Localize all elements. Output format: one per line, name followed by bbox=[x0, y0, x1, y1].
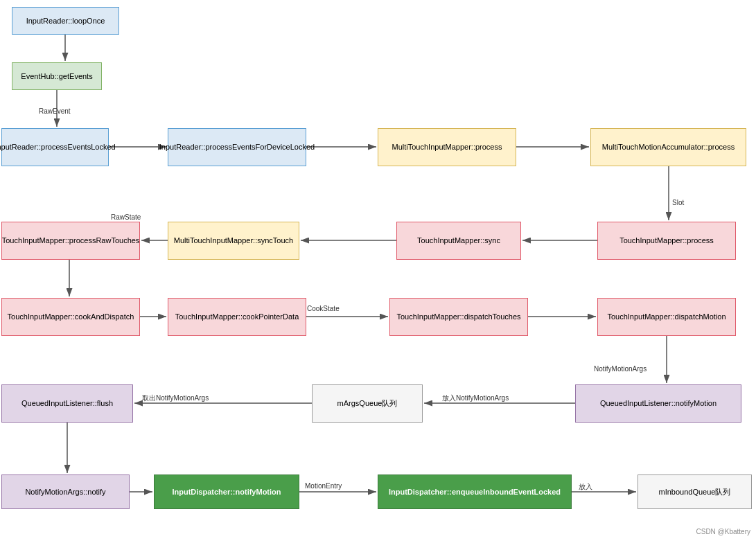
edge-label-rawstate: RawState bbox=[111, 213, 141, 221]
node-n2: EventHub::getEvents bbox=[12, 62, 102, 90]
edge-label-dequeue: 取出NotifyMotionArgs bbox=[142, 393, 209, 403]
node-n16: mArgsQueue队列 bbox=[312, 384, 423, 423]
edge-label-notifymotion: NotifyMotionArgs bbox=[594, 365, 647, 373]
edge-label-fanru: 放入 bbox=[579, 482, 592, 492]
node-n6: MultiTouchMotionAccumulator::process bbox=[590, 128, 746, 166]
node-n12: TouchInputMapper::cookPointerData bbox=[168, 298, 306, 336]
node-n4: InputReader::processEventsForDeviceLocke… bbox=[168, 128, 306, 166]
node-n7: TouchInputMapper::processRawTouches bbox=[1, 222, 140, 260]
node-n18: NotifyMotionArgs::notify bbox=[1, 475, 130, 509]
edge-label-rawevent: RawEvent bbox=[39, 107, 71, 115]
edge-label-enqueue: 放入NotifyMotionArgs bbox=[442, 393, 509, 403]
edge-label-cookstate: CookState bbox=[307, 305, 340, 312]
node-n9: TouchInputMapper::sync bbox=[396, 222, 521, 260]
node-n17: QueuedInputListener::notifyMotion bbox=[575, 384, 741, 423]
node-n14: TouchInputMapper::dispatchMotion bbox=[597, 298, 736, 336]
node-n8: MultiTouchInputMapper::syncTouch bbox=[168, 222, 299, 260]
arrows-svg bbox=[0, 0, 756, 541]
node-n20: InputDispatcher::enqueueInboundEventLock… bbox=[378, 475, 572, 509]
node-n21: mInboundQueue队列 bbox=[638, 475, 752, 509]
node-n13: TouchInputMapper::dispatchTouches bbox=[389, 298, 528, 336]
edge-label-motionentry: MotionEntry bbox=[305, 482, 342, 490]
node-n5: MultiTouchInputMapper::process bbox=[378, 128, 516, 166]
node-n19: InputDispatcher::notifyMotion bbox=[154, 475, 299, 509]
node-n15: QueuedInputListener::flush bbox=[1, 384, 133, 423]
watermark: CSDN @Kbattery bbox=[696, 528, 750, 535]
edge-label-slot: Slot bbox=[672, 199, 684, 206]
node-n11: TouchInputMapper::cookAndDispatch bbox=[1, 298, 140, 336]
node-n1: InputReader::loopOnce bbox=[12, 7, 119, 35]
diagram-container: InputReader::loopOnceEventHub::getEvents… bbox=[0, 0, 756, 541]
node-n10: TouchInputMapper::process bbox=[597, 222, 736, 260]
node-n3: InputReader::processEventsLocked bbox=[1, 128, 109, 166]
